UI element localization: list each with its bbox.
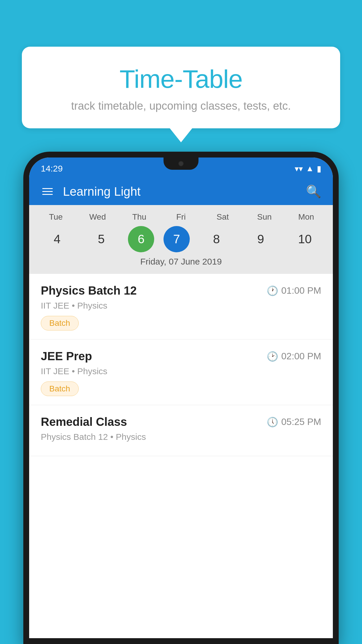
- schedule-item-1-badge[interactable]: Batch: [41, 316, 79, 330]
- schedule-item-1-time: 🕐 01:00 PM: [267, 285, 321, 296]
- notch: [164, 158, 198, 170]
- search-icon[interactable]: 🔍: [306, 184, 321, 199]
- day-wed: Wed: [80, 212, 115, 222]
- schedule-item-2-badge[interactable]: Batch: [41, 382, 79, 396]
- app-title: Learning Light: [63, 185, 297, 199]
- status-time: 14:29: [41, 164, 63, 174]
- battery-icon: ▮: [317, 164, 321, 174]
- clock-icon-2: 🕑: [267, 351, 278, 362]
- date-6-today[interactable]: 6: [128, 226, 154, 252]
- tooltip-card: Time-Table track timetable, upcoming cla…: [22, 47, 340, 128]
- date-4[interactable]: 4: [40, 226, 75, 252]
- phone-screen: 14:29 ▾▾ ▲ ▮ Learning Light 🔍 Tue: [29, 158, 333, 638]
- schedule-item-1-time-value: 01:00 PM: [281, 285, 321, 296]
- schedule-item-2-header: JEE Prep 🕑 02:00 PM: [41, 350, 321, 363]
- date-5[interactable]: 5: [84, 226, 119, 252]
- schedule-item-3-time: 🕔 05:25 PM: [267, 416, 321, 428]
- day-tue: Tue: [38, 212, 73, 222]
- calendar-strip: Tue Wed Thu Fri Sat Sun Mon 4 5 6 7 8 9 …: [29, 205, 333, 274]
- selected-date-label: Friday, 07 June 2019: [35, 257, 327, 270]
- date-10[interactable]: 10: [287, 226, 322, 252]
- day-fri: Fri: [164, 212, 198, 222]
- wifi-icon: ▾▾: [295, 164, 303, 174]
- schedule-item-3-time-value: 05:25 PM: [281, 416, 321, 427]
- schedule-item-1-subtitle: IIT JEE • Physics: [41, 301, 321, 311]
- days-row: Tue Wed Thu Fri Sat Sun Mon: [35, 212, 327, 222]
- day-sun: Sun: [247, 212, 282, 222]
- schedule-item-2-time-value: 02:00 PM: [281, 351, 321, 362]
- tooltip-subtitle: track timetable, upcoming classes, tests…: [36, 100, 326, 112]
- date-7-selected[interactable]: 7: [164, 226, 190, 252]
- day-mon: Mon: [289, 212, 324, 222]
- date-9[interactable]: 9: [243, 226, 278, 252]
- schedule-item-2[interactable]: JEE Prep 🕑 02:00 PM IIT JEE • Physics Ba…: [29, 340, 333, 405]
- tooltip-title: Time-Table: [36, 64, 326, 94]
- schedule-item-1-header: Physics Batch 12 🕐 01:00 PM: [41, 284, 321, 297]
- schedule-item-1[interactable]: Physics Batch 12 🕐 01:00 PM IIT JEE • Ph…: [29, 274, 333, 340]
- schedule-item-1-title: Physics Batch 12: [41, 284, 137, 297]
- signal-icon: ▲: [306, 164, 314, 173]
- clock-icon-1: 🕐: [267, 285, 278, 296]
- schedule-item-3-title: Remedial Class: [41, 415, 127, 428]
- status-bar: 14:29 ▾▾ ▲ ▮: [29, 158, 333, 178]
- schedule-item-3[interactable]: Remedial Class 🕔 05:25 PM Physics Batch …: [29, 405, 333, 456]
- date-8[interactable]: 8: [199, 226, 234, 252]
- status-icons: ▾▾ ▲ ▮: [295, 164, 321, 174]
- phone-frame: 14:29 ▾▾ ▲ ▮ Learning Light 🔍 Tue: [23, 152, 339, 644]
- schedule-list: Physics Batch 12 🕐 01:00 PM IIT JEE • Ph…: [29, 274, 333, 638]
- schedule-item-2-title: JEE Prep: [41, 350, 92, 363]
- schedule-item-2-time: 🕑 02:00 PM: [267, 351, 321, 362]
- schedule-item-3-header: Remedial Class 🕔 05:25 PM: [41, 415, 321, 428]
- dates-row: 4 5 6 7 8 9 10: [35, 226, 327, 252]
- clock-icon-3: 🕔: [267, 416, 278, 428]
- hamburger-icon[interactable]: [41, 187, 54, 196]
- app-bar: Learning Light 🔍: [29, 178, 333, 205]
- camera-dot: [178, 161, 184, 166]
- day-thu: Thu: [122, 212, 157, 222]
- schedule-item-3-subtitle: Physics Batch 12 • Physics: [41, 432, 321, 442]
- schedule-item-2-subtitle: IIT JEE • Physics: [41, 366, 321, 376]
- day-sat: Sat: [205, 212, 240, 222]
